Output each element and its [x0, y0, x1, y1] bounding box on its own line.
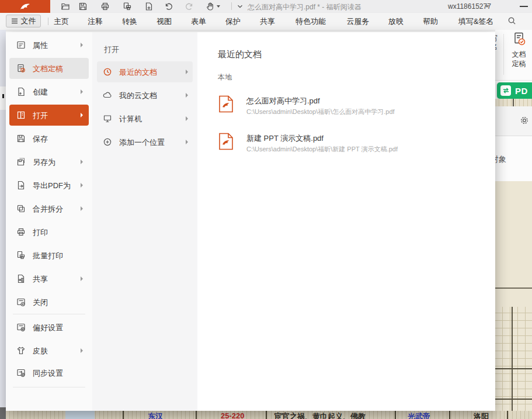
- toolbar-expand-chevron-icon[interactable]: [236, 2, 245, 12]
- table-cell-emperor: 光武帝: [408, 411, 430, 419]
- finalize-label-line1: 文档: [512, 50, 526, 58]
- menu-divider: [13, 314, 85, 314]
- menu-item-create[interactable]: 创建: [9, 81, 89, 102]
- undo-icon[interactable]: [164, 2, 173, 11]
- menu-item-print[interactable]: 打印: [9, 221, 89, 243]
- pdf-widget-label: PD: [515, 86, 528, 96]
- menu-item-batch-print[interactable]: 批量打印: [9, 245, 89, 266]
- tab-protect[interactable]: 保护: [225, 16, 241, 27]
- recent-documents-title: 最近的文档: [218, 49, 262, 60]
- menu-item-merge-split[interactable]: 合并拆分: [9, 198, 89, 219]
- menu-item-share[interactable]: 共享: [9, 268, 89, 289]
- open-submenu-panel: 打开 最近的文档 我的云文档 计算机 添加一个位置: [92, 32, 197, 411]
- submenu-arrow: [81, 160, 83, 164]
- submenu-arrow: [81, 89, 83, 94]
- foxit-logo: [0, 0, 50, 13]
- properties-icon: [16, 40, 26, 50]
- tab-view[interactable]: 视图: [157, 16, 172, 27]
- document-finalize-button[interactable]: 文档定稿: [506, 32, 532, 78]
- menu-item-sync-settings[interactable]: 同步设置: [9, 362, 89, 383]
- submenu-arrow: [81, 348, 83, 353]
- submenu-item-add-place[interactable]: 添加一个位置: [97, 131, 193, 153]
- menu-item-close[interactable]: 关闭: [9, 292, 89, 313]
- menu-item-save[interactable]: 保存: [9, 128, 89, 149]
- print-icon[interactable]: [100, 2, 110, 11]
- tab-features[interactable]: 特色功能: [295, 16, 326, 27]
- tab-home[interactable]: 主页: [54, 16, 69, 27]
- submenu-header: 打开: [104, 44, 119, 55]
- tab-presentation[interactable]: 放映: [388, 16, 404, 27]
- table-cell-dynasty: 东汉: [148, 411, 163, 419]
- document-finalize-icon: [513, 32, 526, 46]
- menu-item-export-pdf[interactable]: 导出PDF为: [9, 175, 89, 196]
- submenu-arrow: [186, 140, 188, 144]
- menu-item-preferences[interactable]: 偏好设置: [9, 317, 89, 338]
- skin-icon: [16, 346, 26, 355]
- pdf-convert-widget[interactable]: PD: [497, 82, 532, 99]
- recent-file-row[interactable]: 新建 PPT 演示文稿.pdf C:\Users\admin\Desktop\福…: [211, 131, 480, 162]
- submenu-arrow: [81, 113, 83, 117]
- ribbon-separator: [48, 18, 48, 25]
- submenu-arrow: [81, 206, 83, 211]
- new-document-icon[interactable]: [144, 2, 154, 11]
- menu-divider: [13, 387, 85, 387]
- tab-cloud-service[interactable]: 云服务: [347, 16, 370, 27]
- minimize-button[interactable]: [520, 6, 528, 7]
- search-icon[interactable]: [507, 16, 516, 25]
- tab-help[interactable]: 帮助: [423, 16, 438, 27]
- clock-icon: [103, 67, 112, 77]
- local-section-label: 本地: [218, 72, 232, 82]
- account-dropdown-caret[interactable]: [485, 5, 489, 8]
- background-ribbon-divider: [503, 34, 504, 75]
- recent-file-row[interactable]: 怎么面对高中学习.pdf C:\Users\admin\Desktop\福昕\怎…: [211, 94, 480, 124]
- open-icon: [16, 110, 26, 120]
- file-path: C:\Users\admin\Desktop\福昕\新建 PPT 演示文稿.pd…: [246, 145, 398, 154]
- batch-print-icon[interactable]: [123, 2, 132, 11]
- submenu-arrow: [81, 43, 83, 47]
- finalize-icon: [16, 64, 26, 73]
- foxit-bird-icon: [19, 2, 32, 11]
- tab-form[interactable]: 表单: [191, 16, 206, 27]
- tab-convert[interactable]: 转换: [122, 16, 137, 27]
- open-file-icon[interactable]: [61, 2, 70, 11]
- gear-icon[interactable]: [520, 116, 529, 125]
- file-path: C:\Users\admin\Desktop\福昕\怎么面对高中学习.pdf: [246, 108, 395, 116]
- file-menu-sidebar: 属性 文档定稿 创建 打开 保存: [6, 32, 92, 411]
- finalize-label-line2: 定稿: [512, 60, 526, 68]
- tab-comment[interactable]: 注释: [88, 16, 103, 27]
- share-icon: [16, 274, 26, 283]
- export-pdf-icon: [16, 181, 26, 190]
- tab-share[interactable]: 共享: [260, 16, 275, 27]
- save-icon[interactable]: [78, 2, 88, 11]
- cloud-icon: [103, 91, 112, 100]
- tab-fill-sign[interactable]: 填写&签名: [458, 16, 494, 27]
- recent-documents-panel: 最近的文档 本地 怎么面对高中学习.pdf C:\Users\admin\Des…: [197, 32, 495, 411]
- table-cell-events: 宦官之祸、黄巾起义、佛教: [274, 411, 366, 419]
- file-name: 怎么面对高中学习.pdf: [246, 96, 320, 106]
- submenu-item-cloud-documents[interactable]: 我的云文档: [97, 85, 193, 106]
- hamburger-icon: [11, 18, 18, 24]
- pdf-file-icon: [218, 133, 234, 150]
- menu-item-properties[interactable]: 属性: [9, 34, 89, 56]
- document-table-row: 东汉 25-220 宦官之祸、黄巾起义、佛教 光武帝 洛阳: [6, 411, 532, 419]
- ribbon-tab-bar: 文件 主页 注释 转换 视图 表单 保护 共享 特色功能 云服务 放映 帮助 填…: [0, 13, 532, 30]
- hand-tool-dropdown-caret[interactable]: [217, 5, 220, 8]
- create-icon: [16, 87, 26, 96]
- submenu-arrow: [81, 276, 83, 281]
- pdf-file-icon: [218, 95, 234, 113]
- preferences-icon: [16, 323, 26, 332]
- sync-settings-icon: [16, 368, 26, 378]
- left-panel-sliver: [0, 30, 6, 419]
- document-ruler: [495, 99, 532, 106]
- title-bar: 怎么面对高中学习.pdf * - 福昕阅读器 wx118615277: [0, 0, 532, 13]
- redo-icon[interactable]: [185, 2, 194, 11]
- menu-item-open[interactable]: 打开: [9, 105, 89, 126]
- menu-item-save-as[interactable]: 另存为: [9, 151, 89, 172]
- menu-item-skin[interactable]: 皮肤: [9, 340, 89, 361]
- menu-item-finalize[interactable]: 文档定稿: [9, 58, 89, 79]
- file-menu-button[interactable]: 文件: [6, 15, 41, 27]
- submenu-item-computer[interactable]: 计算机: [97, 108, 193, 129]
- submenu-item-recent-documents[interactable]: 最近的文档: [97, 61, 193, 82]
- foxit-reader-window: 怎么面对高中学习.pdf * - 福昕阅读器 wx118615277 文件 主页…: [0, 0, 532, 419]
- hand-tool-icon[interactable]: [206, 2, 215, 11]
